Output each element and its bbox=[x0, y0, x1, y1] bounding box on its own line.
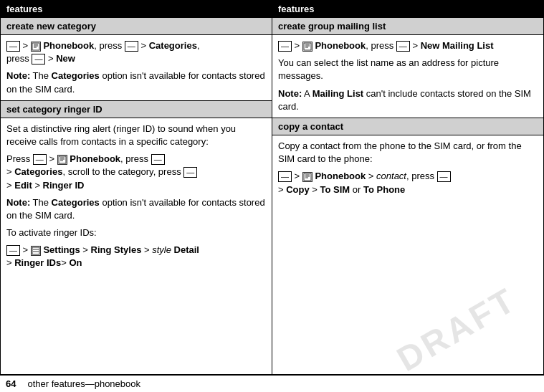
copy-contact-instruction: — > Phonebook > contact, press — > Copy … bbox=[278, 170, 538, 196]
svg-rect-8 bbox=[32, 247, 39, 254]
categories-label-1: Categories bbox=[149, 40, 197, 51]
create-category-instruction: — > Phonebook, press — > Categories, pre… bbox=[6, 39, 266, 65]
ringer-id-note: Note: The Categories option isn't availa… bbox=[6, 196, 266, 222]
subsection-create-group-mailing-list: create group mailing list bbox=[272, 17, 543, 35]
contact-italic-label: contact bbox=[376, 171, 406, 181]
mailing-list-description: You can select the list name as an addre… bbox=[278, 57, 538, 82]
menu-btn-4: — bbox=[33, 154, 47, 165]
note-label-2: Note: bbox=[6, 197, 30, 208]
page-wrapper: features create new category — > Phonebo… bbox=[0, 0, 544, 392]
menu-btn-10: — bbox=[278, 171, 292, 182]
copy-contact-content: Copy a contact from the phone to the SIM… bbox=[272, 135, 543, 201]
ringer-id-label: Ringer ID bbox=[43, 180, 85, 191]
to-phone-label: To Phone bbox=[363, 184, 405, 195]
mailing-list-label: Mailing List bbox=[312, 88, 364, 99]
activate-ringer-ids-instruction: — > Settings > Ring Styles > style Detai… bbox=[6, 244, 266, 269]
create-mailing-list-instruction: — > Phonebook, press — > New Mailing Lis… bbox=[278, 39, 538, 52]
phonebook-label-2: Phonebook bbox=[70, 153, 120, 164]
left-column: features create new category — > Phonebo… bbox=[1, 1, 272, 374]
phonebook-icon-2 bbox=[57, 155, 67, 165]
copy-contact-description: Copy a contact from the phone to the SIM… bbox=[278, 140, 538, 166]
to-sim-label: To SIM bbox=[320, 184, 350, 195]
note-label-1: Note: bbox=[6, 70, 30, 81]
copy-label: Copy bbox=[286, 184, 310, 195]
phonebook-label-4: Phonebook bbox=[315, 171, 366, 181]
subsection-set-category-ringer-id: set category ringer ID bbox=[1, 100, 272, 118]
detail-label: Detail bbox=[174, 244, 199, 255]
edit-label: Edit bbox=[14, 180, 32, 191]
ringer-ids-label: Ringer IDs bbox=[14, 257, 61, 268]
phonebook-label-3: Phonebook bbox=[315, 40, 366, 51]
menu-btn-2: — bbox=[125, 41, 138, 52]
settings-icon-1 bbox=[31, 246, 41, 256]
footer-page-number: 64 bbox=[6, 378, 16, 389]
phonebook-icon-1 bbox=[31, 42, 41, 52]
menu-btn-9: — bbox=[396, 41, 410, 52]
new-mailing-list-label: New Mailing List bbox=[421, 40, 494, 51]
menu-btn-7: — bbox=[6, 245, 20, 256]
menu-btn-6: — bbox=[183, 167, 197, 178]
menu-btn-5: — bbox=[151, 154, 165, 165]
mailing-list-note: Note: A Mailing List can't include conta… bbox=[278, 87, 538, 113]
create-group-mailing-content: — > Phonebook, press — > New Mailing Lis… bbox=[272, 35, 543, 118]
right-column: features create group mailing list — > P… bbox=[272, 1, 543, 374]
content-area: features create new category — > Phonebo… bbox=[0, 0, 544, 375]
phonebook-label-1: Phonebook bbox=[43, 40, 94, 51]
settings-label: Settings bbox=[43, 244, 80, 255]
categories-label-2: Categories bbox=[52, 70, 100, 81]
ringer-id-description: Set a distinctive ring alert (ringer ID)… bbox=[6, 123, 266, 148]
menu-btn-1: — bbox=[6, 41, 20, 52]
subsection-create-new-category: create new category bbox=[1, 17, 272, 35]
categories-label-3: Categories bbox=[14, 166, 62, 177]
menu-btn-8: — bbox=[278, 41, 292, 52]
ring-styles-label: Ring Styles bbox=[91, 244, 142, 255]
categories-label-4: Categories bbox=[52, 197, 100, 208]
create-new-category-content: — > Phonebook, press — > Categories, pre… bbox=[1, 35, 272, 100]
note-label-3: Note: bbox=[278, 88, 302, 99]
activate-ringer-ids-text: To activate ringer IDs: bbox=[6, 226, 266, 239]
right-column-header: features bbox=[272, 1, 543, 17]
style-label: style bbox=[152, 244, 171, 255]
menu-btn-11: — bbox=[437, 171, 451, 182]
subsection-copy-contact: copy a contact bbox=[272, 118, 543, 135]
left-column-header: features bbox=[1, 1, 272, 17]
create-category-note: Note: The Categories option isn't availa… bbox=[6, 70, 266, 95]
page-container: DRAFT features create new category — > P… bbox=[0, 0, 544, 392]
footer-text: other features—phonebook bbox=[27, 378, 140, 389]
phonebook-icon-4 bbox=[302, 172, 312, 182]
footer: 64 other features—phonebook bbox=[0, 375, 544, 392]
ringer-id-instruction: Press — > Phonebook, press — > Categorie… bbox=[6, 153, 266, 192]
on-label: On bbox=[69, 257, 82, 268]
phonebook-icon-3 bbox=[302, 42, 312, 52]
menu-btn-3: — bbox=[32, 54, 45, 64]
new-label: New bbox=[56, 53, 75, 64]
set-category-ringer-content: Set a distinctive ring alert (ringer ID)… bbox=[1, 118, 272, 274]
